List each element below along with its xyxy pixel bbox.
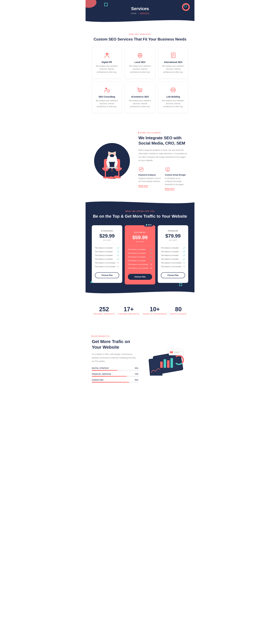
feature-row: This feature is included [95, 247, 119, 249]
feature-text: This feature is included [95, 251, 117, 252]
svg-point-32 [109, 176, 114, 179]
hero-header: Services HOME / SERVICES [86, 0, 194, 24]
features-list: This feature is included This feature is… [161, 247, 185, 268]
pricing-card: STANDARD $29.99 per month This feature i… [92, 225, 122, 283]
skill-bar: FINANCIAL SERVICES 75% [92, 373, 139, 377]
svg-rect-66 [174, 351, 182, 352]
skill-track [92, 376, 139, 377]
skill-name: DIGITAL STRATEGY [92, 367, 109, 369]
stat-label: FINISHED PROJECTS [118, 313, 140, 315]
feature-text: This feature is included [128, 248, 150, 250]
check-icon [183, 250, 185, 253]
read-more-link[interactable]: Read more [139, 185, 148, 188]
seo-section: OUR SEO SERVICES Custom SEO Services Tha… [86, 24, 194, 122]
feature-text: This feature is included [128, 256, 150, 258]
feature-row: This feature is not included [128, 263, 152, 266]
svg-rect-13 [171, 89, 176, 90]
plan-tier: BUSINESS [128, 232, 152, 233]
benefits-title: Get More Trafic on Your Website [92, 339, 139, 350]
feature-text: This feature is not included [128, 267, 150, 269]
svg-rect-56 [164, 359, 166, 368]
skill-percent: 75% [135, 373, 139, 375]
skill-name: FINANCIAL SERVICES [92, 373, 111, 375]
skill-label: FINANCIAL SERVICES 75% [92, 373, 139, 375]
plan-divider [161, 244, 185, 244]
int-feature-name: Keyword Analysis [139, 174, 162, 176]
pricing-card: PREMIUM $79.99 per month This feature is… [158, 225, 188, 283]
best-badge: Best [144, 224, 153, 226]
feature-row: This feature is included [128, 260, 152, 262]
plan-tier: STANDARD [95, 230, 119, 232]
check-icon [117, 258, 119, 260]
service-name: International SEO [161, 61, 185, 64]
check-icon [117, 247, 119, 249]
x-icon [117, 266, 119, 268]
services-grid: Digital PR We analyze your website's str… [92, 47, 188, 113]
feature-row: This feature is included [161, 258, 185, 260]
int-feature-desc: A consultant at our company will assign … [165, 177, 188, 186]
skill-percent: 80% [135, 379, 139, 381]
feature-text: This feature is included [161, 251, 183, 252]
wave-top [86, 200, 194, 206]
service-icon [137, 52, 143, 59]
feature-text: This feature is included [95, 254, 117, 256]
svg-point-23 [108, 147, 116, 152]
svg-point-24 [110, 154, 114, 157]
x-icon [117, 262, 119, 264]
benefits-section: OUR BENEFITS Get More Trafic on Your Web… [86, 326, 194, 394]
svg-rect-58 [170, 358, 173, 368]
check-icon [117, 254, 119, 256]
service-card: Local SEO We analyze your website's stru… [125, 47, 155, 78]
feature-text: This feature is included [128, 252, 150, 254]
plan-price: $59.99 [128, 234, 152, 240]
breadcrumb-current: SERVICES [140, 12, 149, 15]
int-feature-icon [139, 166, 144, 172]
read-more-link[interactable]: Read more [165, 188, 174, 190]
check-icon [183, 258, 185, 260]
seo-title: Custom SEO Services That Fit Your Busine… [92, 37, 188, 42]
svg-rect-55 [160, 362, 163, 368]
feature-row: This feature is included [95, 250, 119, 253]
check-icon [150, 256, 152, 258]
feature-row: This feature is included [128, 248, 152, 250]
service-desc: We analyze your website's structure, int… [128, 65, 152, 74]
feature-row: This feature is not included [128, 267, 152, 269]
choose-plan-button[interactable]: Choose Plan [95, 272, 119, 278]
svg-point-8 [139, 92, 140, 92]
pricing-card: Best BUSINESS $59.99 per month This feat… [125, 225, 155, 284]
svg-rect-67 [174, 352, 179, 353]
benefits-tag: OUR BENEFITS [92, 335, 139, 337]
integrate-content: OVER 150 CLIENTS We Integrate SEO with S… [139, 132, 188, 190]
choose-plan-button[interactable]: Choose Plan [128, 274, 152, 280]
skill-track [92, 370, 139, 371]
check-icon [150, 248, 152, 250]
svg-rect-27 [106, 168, 118, 168]
integrate-illustration [92, 143, 132, 179]
plan-period: per month [128, 241, 152, 242]
service-desc: We analyze your website's structure, int… [95, 99, 119, 108]
service-icon [137, 86, 143, 93]
choose-plan-button[interactable]: Choose Plan [161, 272, 185, 278]
pricing-title: Be on the Top & Get More Traffic to Your… [92, 214, 188, 219]
feature-row: This feature is not included [161, 262, 185, 264]
stat-label: YEARS OF EXPERIENCE [143, 313, 167, 315]
service-desc: We analyze your website's structure, int… [161, 99, 185, 108]
feature-text: This feature is not included [95, 266, 117, 268]
plan-period: per month [95, 239, 119, 241]
x-icon [150, 263, 152, 266]
skill-fill [92, 376, 127, 377]
check-icon [183, 247, 185, 249]
service-desc: We analyze your website's structure, int… [95, 65, 119, 74]
breadcrumb-home[interactable]: HOME [131, 12, 137, 15]
breadcrumb: HOME / SERVICES [89, 12, 191, 15]
breadcrumb-separator: / [138, 12, 139, 15]
feature-text: This feature is not included [161, 266, 183, 268]
seo-tag: OUR SEO SERVICES [92, 33, 188, 35]
benefits-content: OUR BENEFITS Get More Trafic on Your Web… [92, 335, 139, 385]
person-illustration [94, 141, 130, 180]
feature-text: This feature is not included [95, 262, 117, 264]
feature-text: This feature is not included [128, 264, 150, 265]
service-icon [104, 52, 110, 59]
int-feature-desc: Keyword analysis is one of our most popu… [139, 177, 162, 183]
check-icon [150, 260, 152, 262]
